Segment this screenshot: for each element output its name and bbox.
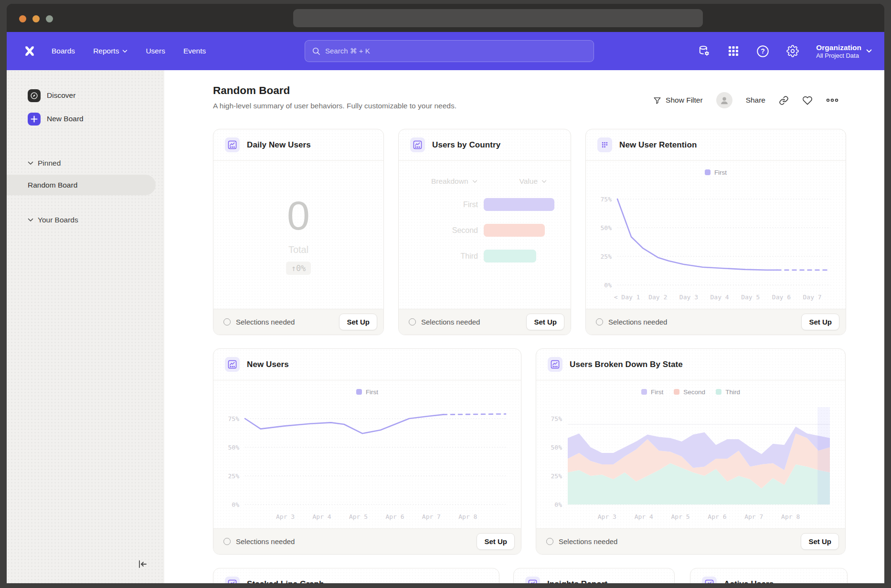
svg-text:Apr 6: Apr 6 [385,513,404,520]
minimize-window-button[interactable] [32,15,40,22]
top-nav: Boards Reports Users Events Search ⌘ + K [7,32,884,70]
card-title: Active Users [724,579,774,584]
sidebar-section-pinned[interactable]: Pinned [7,155,164,172]
help-icon[interactable]: ? [756,45,769,58]
card-header: Active Users [690,568,847,583]
svg-text:< Day 1: < Day 1 [614,294,640,301]
status-circle-icon [596,318,603,326]
metric-label: Total [288,244,308,255]
nav-item-boards[interactable]: Boards [52,47,75,55]
svg-text:0%: 0% [554,501,562,508]
svg-text:Day 2: Day 2 [648,294,667,301]
svg-text:Day 7: Day 7 [803,294,822,301]
svg-text:Apr 3: Apr 3 [276,513,295,520]
svg-text:Apr 5: Apr 5 [349,513,368,520]
chart-legend: First [213,383,521,400]
card-new-user-retention: New User Retention First 75%50%25%0%< Da… [585,129,846,335]
more-options-button[interactable] [826,98,838,103]
settings-gear-icon[interactable] [786,45,799,57]
state-breakdown-chart[interactable]: 75%50%25%0%Apr 3Apr 4Apr 5Apr 6Apr 7Apr … [541,400,840,525]
show-filter-button[interactable]: Show Filter [653,96,703,105]
traffic-lights[interactable] [19,15,53,22]
person-icon [719,95,730,105]
card-title: New Users [247,360,289,369]
search-placeholder: Search ⌘ + K [325,47,370,55]
share-button[interactable]: Share [746,96,765,105]
mixpanel-logo[interactable] [21,42,38,60]
data-management-icon[interactable] [698,45,711,57]
svg-text:75%: 75% [551,415,562,422]
nav-item-users[interactable]: Users [146,47,165,55]
breakdown-dropdown[interactable]: Breakdown [431,177,477,186]
set-up-button[interactable]: Set Up [477,533,515,550]
retention-chart[interactable]: 75%50%25%0%< Day 1Day 2Day 3Day 4Day 5Da… [591,181,841,306]
breakdown-row: First [399,198,571,211]
brand-x-icon [23,45,36,57]
line-chart-icon [410,137,425,152]
sidebar-item-label: Random Board [28,181,77,189]
card-insights-report: Insights Report [513,568,675,583]
card-active-users: Active Users [690,568,848,583]
line-chart-icon [548,357,562,372]
card-header: New User Retention [586,129,846,161]
svg-text:Apr 8: Apr 8 [458,513,477,520]
chart-legend: First [586,164,846,181]
value-dropdown[interactable]: Value [520,177,547,186]
card-title: Daily New Users [247,140,311,150]
svg-text:50%: 50% [601,224,612,231]
browser-address-bar[interactable] [293,9,703,27]
sidebar-item-random-board[interactable]: Random Board [7,175,156,195]
sidebar-item-discover[interactable]: Discover [7,85,164,105]
avatar[interactable] [716,92,732,108]
new-users-chart[interactable]: 75%50%25%0%Apr 3Apr 4Apr 5Apr 6Apr 7Apr … [218,400,516,525]
set-up-button[interactable]: Set Up [801,533,839,550]
status-circle-icon [546,538,553,545]
status-text: Selections needed [236,318,295,326]
svg-text:0%: 0% [232,501,239,508]
apps-grid-icon[interactable] [728,45,739,57]
nav-right-actions: ? Organization All Project Data [698,32,872,70]
org-project: All Project Data [816,52,861,59]
search-input[interactable]: Search ⌘ + K [305,40,594,62]
card-footer: Selections needed Set Up [536,528,845,554]
set-up-button[interactable]: Set Up [801,314,839,330]
section-label: Your Boards [38,216,78,224]
breakdown-row: Second [399,224,571,237]
line-chart-icon [225,137,240,152]
card-header: Users by Country [399,129,571,161]
app-window: Boards Reports Users Events Search ⌘ + K [7,4,884,583]
close-window-button[interactable] [19,15,26,22]
sidebar-section-your-boards[interactable]: Your Boards [7,211,164,229]
page-title: Random Board [213,84,290,97]
copy-link-button[interactable] [779,95,789,105]
svg-text:25%: 25% [228,472,240,480]
sidebar-item-label: Discover [47,91,75,100]
chevron-down-icon [28,218,33,222]
org-switcher[interactable]: Organization All Project Data [816,43,872,59]
svg-text:0%: 0% [604,282,612,289]
line-chart-icon [225,357,240,372]
svg-text:Day 3: Day 3 [679,294,698,301]
nav-item-reports[interactable]: Reports [93,47,127,55]
status-circle-icon [409,318,416,326]
card-header: Insights Report [514,568,674,583]
row-bar [484,224,545,237]
legend-swatch [674,389,679,395]
sidebar-item-new-board[interactable]: New Board [7,109,164,129]
svg-text:Apr 4: Apr 4 [635,513,653,520]
favorite-button[interactable] [802,95,813,105]
metric-display: 0 Total ↑0% [213,161,383,309]
line-chart-icon [525,577,540,583]
legend-item: Second [674,388,705,396]
zoom-window-button[interactable] [46,15,53,22]
card-footer: Selections needed Set Up [213,528,521,554]
row-label: Third [399,252,478,261]
set-up-button[interactable]: Set Up [526,314,564,330]
card-header: Users Broken Down By State [536,349,845,380]
row-bar [484,250,536,262]
sidebar-collapse-button[interactable] [138,559,148,571]
set-up-button[interactable]: Set Up [339,314,377,330]
card-footer: Selections needed Set Up [586,309,846,335]
nav-item-events[interactable]: Events [183,47,206,55]
card-title: Stacked Line Graph [247,579,324,584]
